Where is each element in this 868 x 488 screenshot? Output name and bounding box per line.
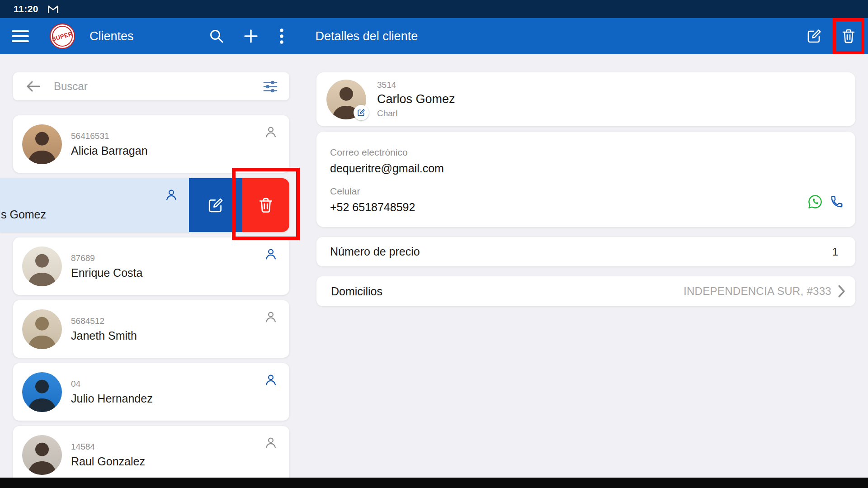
client-id: 87689 xyxy=(71,253,142,263)
search-bar xyxy=(13,72,289,100)
app-logo: SUPER xyxy=(50,24,75,49)
profile-avatar-wrap xyxy=(326,80,366,119)
clock: 11:20 xyxy=(14,4,38,14)
back-icon[interactable] xyxy=(26,81,40,92)
search-input[interactable] xyxy=(54,80,263,93)
client-row[interactable]: 04 Julio Hernandez xyxy=(13,363,289,421)
client-id: 5684512 xyxy=(71,316,137,326)
profile-text: 3514 Carlos Gomez Charl xyxy=(377,80,455,118)
status-bar: 11:20 xyxy=(0,0,868,18)
overflow-menu-icon[interactable] xyxy=(279,28,284,44)
addresses-value: INDEPENDENCIA SUR, #333 xyxy=(684,285,831,298)
app-logo-text: SUPER xyxy=(51,30,74,42)
delete-client-area xyxy=(833,18,864,54)
avatar xyxy=(22,309,62,349)
client-name: Julio Hernandez xyxy=(71,392,153,405)
chevron-right-icon xyxy=(838,284,845,298)
client-row-text: 56416531 Alicia Barragan xyxy=(71,131,148,157)
content: 56416531 Alicia Barragan s Gomez xyxy=(0,54,868,478)
client-id: 56416531 xyxy=(71,131,148,141)
client-id: 14584 xyxy=(71,442,145,452)
gmail-icon xyxy=(47,5,59,14)
client-name: Enrique Costa xyxy=(71,266,142,280)
whatsapp-icon[interactable] xyxy=(807,194,823,209)
client-name: s Gomez xyxy=(1,208,46,221)
client-subtitle: Charl xyxy=(377,109,455,118)
client-id: 04 xyxy=(71,379,153,389)
client-row[interactable]: 87689 Enrique Costa xyxy=(13,237,289,295)
addresses-row[interactable]: Domicilios INDEPENDENCIA SUR, #333 xyxy=(316,276,855,306)
search-icon[interactable] xyxy=(209,28,224,44)
menu-icon[interactable] xyxy=(12,29,29,43)
filter-icon[interactable] xyxy=(263,81,278,93)
call-icon[interactable] xyxy=(830,195,844,208)
detail-title: Detalles del cliente xyxy=(316,29,418,43)
phone-value: +52 6518748592 xyxy=(330,201,842,214)
profile-card: 3514 Carlos Gomez Charl xyxy=(316,72,855,126)
contact-actions xyxy=(807,194,844,209)
contact-person-icon[interactable] xyxy=(264,125,278,140)
edit-photo-icon[interactable] xyxy=(354,105,369,120)
swipe-edit-button[interactable] xyxy=(189,178,242,232)
contact-person-icon[interactable] xyxy=(264,247,278,262)
contact-person-icon[interactable] xyxy=(264,373,278,388)
avatar xyxy=(22,124,62,164)
android-nav-bar xyxy=(0,478,868,488)
avatar xyxy=(22,435,62,475)
client-number: 3514 xyxy=(377,80,455,90)
client-name: Carlos Gomez xyxy=(377,92,455,106)
email-value: dequeritre@gmail.com xyxy=(330,162,842,175)
edit-client-icon[interactable] xyxy=(807,28,822,44)
client-name: Alicia Barragan xyxy=(71,144,148,157)
contact-person-icon[interactable] xyxy=(264,310,278,325)
contact-info-card: Correo electrónico dequeritre@gmail.com … xyxy=(316,132,855,227)
contact-person-icon[interactable] xyxy=(165,188,178,203)
price-list-label: Número de precio xyxy=(330,245,420,258)
addresses-right: INDEPENDENCIA SUR, #333 xyxy=(684,284,845,298)
avatar xyxy=(22,246,62,286)
client-row[interactable]: 5684512 Janeth Smith xyxy=(13,300,289,358)
price-list-value: 1 xyxy=(832,246,838,258)
client-row-text: 14584 Raul Gonzalez xyxy=(71,442,145,468)
client-row-swiped: s Gomez xyxy=(0,178,289,232)
email-label: Correo electrónico xyxy=(330,147,842,158)
price-list-row[interactable]: Número de precio 1 xyxy=(316,237,855,266)
app-bar: SUPER Clientes Detalles del cliente xyxy=(0,18,868,54)
client-list-panel: 56416531 Alicia Barragan s Gomez xyxy=(0,54,300,478)
client-detail-panel: 3514 Carlos Gomez Charl Correo electróni… xyxy=(300,54,868,478)
phone-label: Celular xyxy=(330,186,842,197)
client-row-text: 5684512 Janeth Smith xyxy=(71,316,137,342)
client-name: Raul Gonzalez xyxy=(71,455,145,468)
avatar xyxy=(22,372,62,412)
addresses-label: Domicilios xyxy=(331,285,382,298)
client-row[interactable]: 14584 Raul Gonzalez xyxy=(13,426,289,478)
swipe-delete-button[interactable] xyxy=(242,178,289,232)
client-row-text: 87689 Enrique Costa xyxy=(71,253,142,280)
client-row-text: 04 Julio Hernandez xyxy=(71,379,153,405)
page-title: Clientes xyxy=(90,29,134,43)
client-name: Janeth Smith xyxy=(71,329,137,342)
swiped-row-body[interactable]: s Gomez xyxy=(0,178,189,232)
client-row[interactable]: 56416531 Alicia Barragan xyxy=(13,115,289,173)
delete-client-icon[interactable] xyxy=(842,28,855,44)
contact-person-icon[interactable] xyxy=(264,436,278,451)
app-screen: 11:20 SUPER Clientes Detalles del client… xyxy=(0,0,868,488)
add-client-icon[interactable] xyxy=(243,28,259,44)
